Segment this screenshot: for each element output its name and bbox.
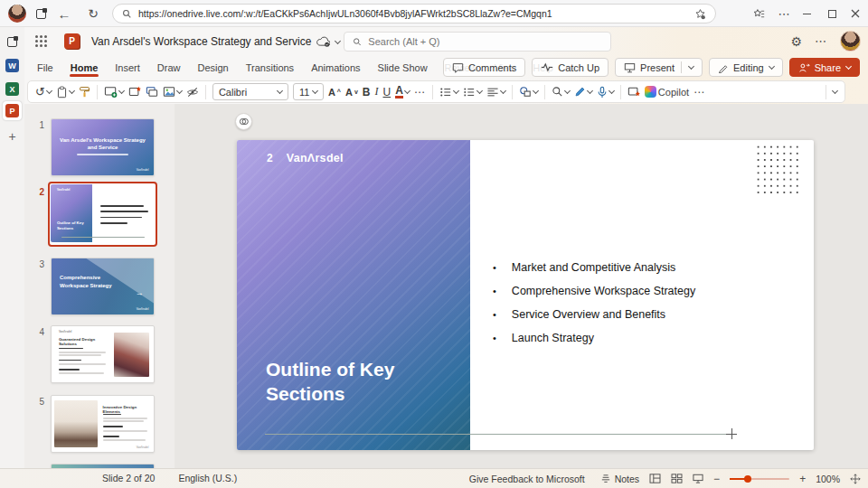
designer-button[interactable] — [627, 86, 640, 98]
header-more-icon[interactable]: ⋯ — [815, 34, 827, 48]
app-launcher-icon[interactable] — [35, 35, 47, 47]
format-painter-button[interactable] — [79, 86, 90, 98]
reuse-slides-button[interactable] — [128, 86, 141, 98]
url-input[interactable] — [138, 8, 688, 19]
maximize-button[interactable] — [825, 6, 839, 21]
shrink-font-button[interactable]: Av — [345, 87, 358, 98]
present-button[interactable]: Present — [615, 58, 703, 77]
paste-button[interactable] — [56, 86, 74, 99]
rail-powerpoint-icon[interactable]: P — [3, 101, 22, 120]
zoom-level[interactable]: 100% — [816, 474, 840, 484]
more-font-options-button[interactable]: ⋯ — [414, 86, 426, 99]
search-input[interactable] — [368, 36, 602, 47]
tab-draw[interactable]: Draw — [156, 59, 182, 77]
find-button[interactable] — [552, 86, 570, 98]
document-title-group[interactable]: Van Arsdel's Workspace Strategy and Serv… — [91, 35, 340, 48]
bullets-button[interactable] — [439, 87, 458, 98]
shapes-button[interactable] — [519, 86, 538, 98]
browser-menu-icon[interactable]: ⋯ — [776, 5, 792, 22]
align-button[interactable] — [486, 87, 505, 98]
tab-design[interactable]: Design — [196, 59, 229, 77]
italic-button[interactable]: I — [374, 85, 378, 99]
reuse-slides-icon — [128, 86, 141, 98]
thumb-logo: VanΛrsdel — [59, 330, 72, 333]
tab-slide-show[interactable]: Slide Show — [377, 59, 429, 77]
tab-insert[interactable]: Insert — [114, 59, 141, 77]
tab-animations[interactable]: Animations — [310, 59, 361, 77]
refresh-icon[interactable]: ↻ — [85, 5, 101, 22]
slide-thumbnail-5[interactable]: Innovative Design Elements VanΛrsdel — [51, 395, 155, 453]
comments-button[interactable]: Comments — [443, 58, 525, 77]
slide-sorter-button[interactable] — [671, 474, 683, 483]
hide-slide-button[interactable] — [186, 87, 199, 98]
feedback-link[interactable]: Give Feedback to Microsoft — [469, 474, 585, 484]
grow-font-button[interactable]: A^ — [328, 87, 341, 98]
bold-button[interactable]: B — [363, 86, 371, 99]
editing-mode-button[interactable]: Editing — [709, 58, 783, 77]
slide-thumbnail-4[interactable]: VanΛrsdel Guaranteed Design Solutions — [51, 325, 155, 383]
section-button[interactable] — [146, 86, 158, 98]
thumb-title: Comprehensive Workspace Strategy — [60, 274, 129, 289]
tab-transitions[interactable]: Transitions — [245, 59, 295, 77]
account-avatar[interactable] — [840, 31, 861, 52]
tab-home[interactable]: Home — [70, 59, 99, 77]
slide-bullet-list[interactable]: •Market and Competitive Analysis •Compre… — [493, 256, 791, 350]
font-color-button[interactable]: A — [395, 85, 410, 99]
slideshow-view-button[interactable] — [693, 474, 703, 483]
slide-title[interactable]: Outline of Key Sections — [266, 357, 433, 407]
catch-up-button[interactable]: Catch Up — [532, 58, 609, 77]
workspaces-icon[interactable] — [33, 5, 49, 22]
fit-to-window-button[interactable] — [850, 474, 861, 484]
underline-button[interactable]: U — [382, 86, 391, 99]
zoom-in-button[interactable]: + — [799, 473, 806, 485]
address-bar[interactable] — [112, 4, 716, 23]
zoom-out-button[interactable]: − — [713, 473, 720, 485]
back-icon[interactable]: ← — [56, 5, 72, 22]
search-box[interactable] — [344, 32, 611, 52]
font-name-select[interactable]: Calibri — [212, 83, 288, 100]
resize-crosshair-handle[interactable] — [726, 428, 737, 439]
share-dropdown-icon[interactable] — [845, 63, 852, 70]
copilot-button[interactable]: Copilot — [645, 86, 689, 98]
slide-thumbnail-3[interactable]: Comprehensive Workspace Strategy → VanΛr… — [51, 258, 155, 315]
section-icon — [146, 86, 158, 98]
rail-workspace-icon[interactable] — [3, 33, 22, 52]
draw-pen-button[interactable] — [574, 86, 592, 98]
slide-indicator[interactable]: Slide 2 of 20 — [102, 473, 155, 483]
present-icon — [624, 62, 636, 73]
close-button[interactable] — [848, 6, 863, 21]
picture-button[interactable] — [163, 86, 182, 98]
add-favorite-icon[interactable] — [694, 8, 706, 20]
powerpoint-logo[interactable]: P — [64, 33, 80, 49]
undo-button[interactable]: ↺ — [35, 86, 52, 98]
tab-file[interactable]: File — [36, 59, 54, 77]
favorites-icon[interactable] — [750, 5, 767, 22]
zoom-slider-knob[interactable] — [744, 475, 751, 483]
font-size-select[interactable]: 11 — [293, 83, 324, 100]
zoom-slider[interactable] — [730, 478, 789, 480]
rail-excel-icon[interactable]: X — [3, 80, 22, 99]
collapse-ribbon-icon[interactable] — [832, 88, 838, 94]
settings-gear-icon[interactable]: ⚙ — [790, 34, 802, 49]
editing-dropdown-icon[interactable] — [769, 63, 775, 70]
canvas-copilot-button[interactable] — [235, 113, 252, 130]
rail-add-icon[interactable]: + — [3, 127, 22, 145]
present-dropdown-icon[interactable] — [688, 63, 694, 70]
current-slide[interactable]: 2 VanΛrsdel Outline of Key Sections •Mar… — [237, 140, 814, 450]
minimize-button[interactable] — [799, 6, 814, 21]
share-button[interactable]: Share — [789, 58, 860, 77]
slide-thumbnail-panel: 1 Van Arsdel's Workspace Strategy and Se… — [24, 104, 175, 468]
rail-word-icon[interactable]: W — [3, 56, 22, 75]
thumb-logo: VanΛrsdel — [57, 188, 71, 192]
slide-thumbnail-1[interactable]: Van Arsdel's Workspace Strategy and Serv… — [51, 118, 155, 176]
numbering-button[interactable] — [463, 87, 482, 98]
thumb-number: 2 — [30, 187, 44, 197]
more-commands-button[interactable]: ⋯ — [693, 86, 705, 99]
new-slide-button[interactable] — [104, 86, 124, 98]
notes-button[interactable]: Notes — [600, 474, 639, 484]
browser-profile-avatar[interactable] — [8, 5, 26, 23]
slide-thumbnail-2-selected[interactable]: VanΛrsdel Outline of Key Sections — [48, 182, 157, 247]
dictate-button[interactable] — [597, 86, 614, 99]
normal-view-button[interactable] — [649, 474, 661, 483]
language-selector[interactable]: English (U.S.) — [178, 473, 237, 483]
